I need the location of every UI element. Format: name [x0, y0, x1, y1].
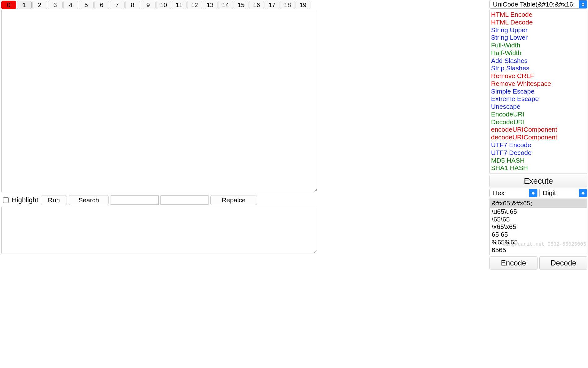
- search-button[interactable]: Search: [69, 195, 109, 205]
- tab-10[interactable]: 10: [156, 1, 171, 9]
- function-item[interactable]: Unescape: [491, 103, 586, 111]
- function-item[interactable]: UTF7 Encode: [491, 141, 586, 149]
- tab-2[interactable]: 2: [32, 1, 47, 9]
- tab-3[interactable]: 3: [48, 1, 63, 9]
- encoding-line: 65 65: [492, 231, 585, 239]
- decode-button[interactable]: Decode: [539, 256, 587, 269]
- tab-4[interactable]: 4: [63, 1, 78, 9]
- tab-1[interactable]: 1: [17, 1, 32, 9]
- tab-19[interactable]: 19: [296, 1, 310, 9]
- function-item[interactable]: decodeURIComponent: [491, 134, 586, 141]
- function-item[interactable]: Full-Width: [491, 42, 586, 49]
- tab-5[interactable]: 5: [79, 1, 94, 9]
- tab-13[interactable]: 13: [203, 1, 217, 9]
- control-bar: Highlight Run Search Repalce: [3, 195, 327, 205]
- tab-bar: 012345678910111213141516171819: [1, 0, 327, 9]
- tab-18[interactable]: 18: [280, 1, 295, 9]
- execute-button[interactable]: Execute: [489, 175, 587, 187]
- encoding-line: \u65\u65: [492, 208, 585, 216]
- replace-button[interactable]: Repalce: [210, 195, 257, 205]
- main-input-textarea[interactable]: [1, 10, 317, 192]
- unicode-table-selector-value: UniCode Table(&#10;&#x16;: [493, 1, 575, 8]
- encoding-line: \65\65: [492, 216, 585, 223]
- tab-16[interactable]: 16: [249, 1, 264, 9]
- function-item[interactable]: SHA1 HASH: [491, 164, 586, 172]
- function-item[interactable]: HTML Encode: [491, 11, 586, 19]
- function-list: HTML EncodeHTML DecodeString UpperString…: [489, 10, 587, 173]
- function-item[interactable]: String Lower: [491, 34, 586, 42]
- encode-decode-row: Encode Decode: [489, 256, 587, 269]
- function-item[interactable]: String Upper: [491, 26, 586, 34]
- format-selector-row: Hex Digit: [489, 189, 587, 197]
- replace-input[interactable]: [160, 195, 208, 205]
- encoding-output: &#x65;&#x65;\u65\u65\65\65\x65\x6565 65%…: [489, 199, 587, 255]
- right-panel: UniCode Table(&#10;&#x16; HTML EncodeHTM…: [489, 0, 588, 368]
- left-panel: 012345678910111213141516171819 Highlight…: [0, 0, 328, 368]
- tab-8[interactable]: 8: [125, 1, 140, 9]
- function-item[interactable]: Add Slashes: [491, 57, 586, 65]
- function-item[interactable]: Strip Slashes: [491, 64, 586, 72]
- app-root: 012345678910111213141516171819 Highlight…: [0, 0, 588, 368]
- search-input[interactable]: [111, 195, 159, 205]
- tab-9[interactable]: 9: [141, 1, 156, 9]
- unicode-table-selector[interactable]: UniCode Table(&#10;&#x16;: [489, 0, 587, 9]
- function-item[interactable]: Simple Escape: [491, 88, 586, 95]
- dropdown-icon: [579, 0, 587, 8]
- tab-12[interactable]: 12: [187, 1, 202, 9]
- dropdown-icon: [529, 189, 537, 197]
- function-item[interactable]: Remove Whitespace: [491, 80, 586, 88]
- encode-button[interactable]: Encode: [489, 256, 538, 269]
- format-selector[interactable]: Hex: [489, 189, 538, 197]
- encoding-line: &#x65;&#x65;: [490, 199, 587, 208]
- highlight-checkbox[interactable]: [3, 197, 9, 203]
- tab-15[interactable]: 15: [234, 1, 248, 9]
- tab-0[interactable]: 0: [1, 1, 16, 9]
- format-selector-value: Hex: [493, 189, 504, 197]
- tab-14[interactable]: 14: [218, 1, 233, 9]
- run-button[interactable]: Run: [41, 195, 67, 205]
- encoding-line: \x65\x65: [492, 223, 585, 231]
- function-item[interactable]: HTML Decode: [491, 19, 586, 26]
- base-selector[interactable]: Digit: [539, 189, 587, 197]
- base-selector-value: Digit: [543, 189, 556, 197]
- dropdown-icon: [579, 189, 587, 197]
- highlight-label: Highlight: [12, 196, 38, 204]
- function-item[interactable]: encodeURIComponent: [491, 126, 586, 134]
- output-textarea[interactable]: [1, 207, 317, 253]
- function-item[interactable]: Half-Width: [491, 49, 586, 57]
- function-item[interactable]: UTF7 Decode: [491, 149, 586, 157]
- tab-17[interactable]: 17: [265, 1, 279, 9]
- tab-11[interactable]: 11: [172, 1, 186, 9]
- encoding-line: %65%65: [492, 239, 585, 246]
- function-item[interactable]: Remove CRLF: [491, 72, 586, 80]
- function-item[interactable]: EncodeURI: [491, 111, 586, 118]
- function-item[interactable]: MD5 HASH: [491, 157, 586, 164]
- tab-6[interactable]: 6: [94, 1, 109, 9]
- function-item[interactable]: Extreme Escape: [491, 95, 586, 103]
- function-item[interactable]: DecodeURI: [491, 118, 586, 126]
- tab-7[interactable]: 7: [110, 1, 125, 9]
- encoding-line: 6565: [492, 246, 585, 254]
